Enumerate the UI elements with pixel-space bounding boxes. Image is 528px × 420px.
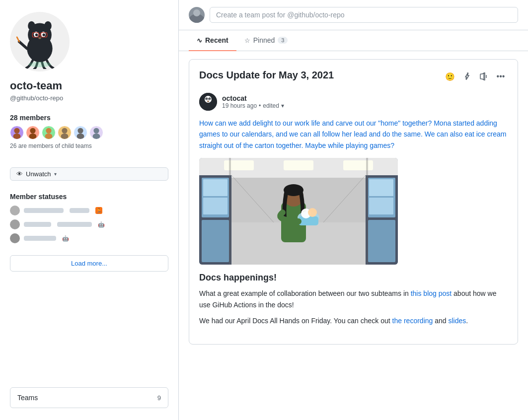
svg-point-2 [28,21,35,30]
more-button[interactable]: ••• [494,70,508,83]
tab-pinned-label: Pinned [253,36,275,44]
svg-point-17 [30,128,35,134]
svg-point-22 [61,134,69,139]
svg-point-15 [14,128,19,134]
svg-rect-51 [369,179,393,196]
status-emoji-2: 🤖 [98,221,105,228]
pin-icon: ☆ [244,37,250,44]
svg-rect-41 [343,160,373,170]
post-title: Docs Update for May 3, 2021 [199,70,334,81]
mute-button[interactable] [477,70,491,83]
svg-point-11 [38,37,41,39]
teams-section: Teams 9 [10,387,168,408]
post-body-text-content: How can we add delight to our work life … [199,119,506,149]
post-author-avatar [199,93,217,111]
status-text-blur-3 [24,236,56,241]
svg-rect-45 [202,220,229,262]
svg-point-20 [45,134,53,139]
svg-point-19 [46,128,51,134]
member-statuses-title: Member statuses [10,193,168,201]
status-avatar-1 [10,206,20,215]
svg-point-24 [77,134,84,139]
svg-point-26 [93,134,100,139]
grocery-svg [199,158,398,265]
svg-rect-39 [224,160,254,170]
load-more-button[interactable]: Load more... [10,255,168,272]
status-text-blur-2b [57,222,92,227]
main-content: Create a team post for @github/octo-repo… [179,0,528,420]
post-actions: 🙂 ••• [443,70,508,83]
teams-section-label: Teams [17,394,38,402]
edited-dropdown-icon[interactable]: ▾ [281,102,284,109]
emoji-button[interactable]: 🙂 [443,70,457,83]
recording-link[interactable]: the recording [392,317,433,325]
status-emoji-3: 🤖 [62,235,69,242]
post-input-bar: Create a team post for @github/octo-repo [179,0,528,30]
blog-post-link[interactable]: this blog post [411,289,452,297]
members-section: 28 members 26 are members of child teams [10,114,168,149]
post-author-row: octocat 19 hours ago • edited ▾ [199,93,508,111]
pin-button[interactable] [460,70,474,83]
slides-link[interactable]: slides [448,317,466,325]
child-teams-text: 26 are members of child teams [10,142,168,149]
tab-recent-label: Recent [205,36,228,44]
member-avatar-6 [89,126,103,140]
activity-icon: ∿ [197,37,202,44]
status-emoji-1: 🏃 [95,207,102,214]
post-body: How can we add delight to our work life … [199,118,508,326]
svg-point-6 [35,34,38,37]
member-avatar-3 [42,126,56,140]
member-avatar-1 [10,126,24,140]
post-section-title: Docs happenings! [199,273,508,283]
status-avatar-3 [10,233,20,243]
svg-point-3 [44,21,52,30]
team-avatar [10,12,70,71]
post-text-4: and [433,317,448,325]
team-handle: @github/octo-repo [10,94,168,102]
svg-point-36 [207,101,209,102]
tabs-bar: ∿ Recent ☆ Pinned 3 [179,30,528,51]
chevron-down-icon: ▾ [54,171,57,177]
svg-point-34 [207,99,208,100]
unwatch-button[interactable]: 👁 Unwatch ▾ [10,167,168,181]
svg-point-7 [43,34,46,37]
octocat-image [12,14,67,69]
svg-line-12 [19,42,27,49]
svg-point-23 [77,128,83,134]
eye-icon: 👁 [16,170,23,178]
svg-rect-46 [203,179,227,196]
svg-point-28 [193,9,200,16]
post-body-text: How can we add delight to our work life … [199,118,508,151]
svg-point-25 [93,128,99,134]
post-time-ago: 19 hours ago [222,102,257,109]
post-author-info: octocat 19 hours ago • edited ▾ [222,94,284,109]
post-collaboration-text: What a great example of collaboration be… [199,288,508,310]
svg-rect-40 [284,160,313,170]
tab-pinned[interactable]: ☆ Pinned 3 [236,30,296,51]
svg-point-21 [62,128,67,134]
post-text-1: What a great example of collaboration be… [199,289,411,297]
grocery-store-image [199,158,398,265]
load-more-label: Load more... [71,260,107,267]
post-text-5: . [466,317,468,325]
svg-rect-47 [203,198,227,214]
members-label: 28 members [10,114,168,122]
member-avatar-4 [58,126,72,140]
team-name: octo-team [10,79,168,92]
svg-point-14 [28,62,51,67]
member-statuses-section: Member statuses 🏃 🤖 🤖 [10,193,168,247]
svg-point-18 [29,134,37,139]
post-text-3: We had our April Docs All Hands on Frida… [199,317,392,325]
tab-recent[interactable]: ∿ Recent [189,30,236,51]
post-dot-separator: • [259,102,261,109]
svg-rect-50 [368,220,395,262]
post-recording-text: We had our April Docs All Hands on Frida… [199,315,508,326]
svg-point-35 [210,99,211,100]
post-card: Docs Update for May 3, 2021 🙂 ••• [189,59,518,345]
pinned-badge: 3 [278,37,288,44]
status-item-3: 🤖 [10,233,168,243]
svg-rect-52 [369,198,393,214]
member-avatar-5 [74,126,87,140]
status-item-1: 🏃 [10,206,168,215]
post-input-field[interactable]: Create a team post for @github/octo-repo [210,7,518,23]
